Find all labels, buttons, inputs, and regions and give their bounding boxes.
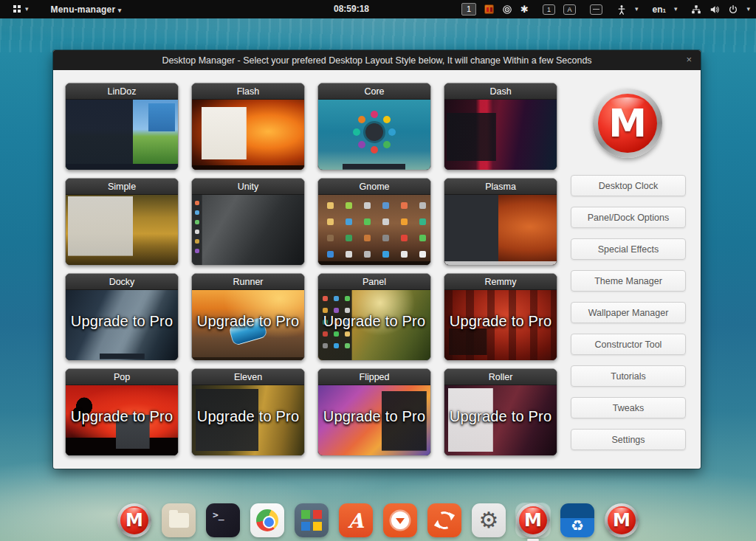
layout-tile-docky[interactable]: DockyUpgrade to Pro (65, 273, 179, 361)
water-ripples (0, 18, 756, 52)
desktop-clock-button[interactable]: Desktop Clock (571, 175, 686, 196)
layout-tile-runner[interactable]: RunnerUpgrade to Pro (191, 273, 305, 361)
dock-settings[interactable]: ⚙ (472, 503, 506, 537)
layout-tile-preview (444, 100, 557, 170)
dock-sync-tool[interactable] (427, 503, 461, 537)
dock-recycle-bin[interactable]: ♻ (560, 503, 594, 537)
dock-makulu-app[interactable]: M (605, 503, 639, 537)
workspace-indicator[interactable]: 1 (461, 3, 476, 15)
dock-file-manager[interactable] (162, 503, 196, 537)
layout-tile-preview (66, 100, 178, 170)
layout-tile-roller[interactable]: RollerUpgrade to Pro (444, 368, 557, 456)
app-grid-button[interactable]: ▾ (13, 5, 29, 13)
dock-app-center[interactable] (295, 503, 329, 537)
network-icon[interactable] (691, 4, 701, 15)
language-indicator[interactable]: en1 (652, 4, 665, 15)
layout-tile-preview (192, 100, 304, 170)
dock-terminal[interactable]: >_ (206, 503, 240, 537)
desktop-manager-window: Desktop Manager - Select your prefered D… (53, 50, 701, 469)
makulu-logo-letter: M (519, 506, 547, 534)
layout-tile-pop[interactable]: PopUpgrade to Pro (65, 368, 179, 456)
layout-tile-title: Flash (192, 83, 304, 100)
layout-tile-title: Gnome (318, 179, 430, 195)
language-index: 1 (662, 7, 665, 14)
layout-tile-unity[interactable]: Unity (191, 178, 305, 266)
dock-makulu-desktop-manager[interactable]: M (516, 503, 550, 537)
upgrade-to-pro-label: Upgrade to Pro (66, 408, 178, 425)
makulu-logo-letter: M (598, 94, 657, 153)
tutorials-button[interactable]: Tutorials (571, 365, 686, 387)
layout-tile-preview (66, 195, 178, 266)
upgrade-to-pro-label: Upgrade to Pro (318, 408, 430, 425)
wallpaper-manager-button[interactable]: Wallpaper Manager (571, 302, 686, 323)
layout-tile-title: Eleven (192, 369, 304, 385)
font-app-icon: A (348, 509, 364, 532)
software-updater-icon (391, 511, 409, 529)
power-icon[interactable] (728, 4, 738, 15)
app-center-icon (301, 510, 322, 531)
layout-tile-preview: Upgrade to Pro (444, 385, 557, 456)
layout-tile-title: Panel (318, 274, 430, 290)
layout-tile-title: Unity (192, 179, 304, 195)
upgrade-to-pro-label: Upgrade to Pro (192, 408, 304, 425)
side-buttons: Desktop ClockPanel/Dock OptionsSpecial E… (571, 175, 686, 450)
makulu-logo-letter: M (120, 506, 148, 534)
layout-tile-gnome[interactable]: Gnome (317, 178, 431, 266)
system-tray: 1 ✱ 1 A ▾ en1 ▾ ▾ (461, 0, 750, 18)
language-code: en (652, 4, 662, 15)
keyboard-icon[interactable] (590, 4, 602, 15)
settings-icon: ⚙ (479, 509, 499, 531)
makulu-logo-letter: M (608, 506, 636, 534)
layout-tile-flash[interactable]: Flash (191, 83, 305, 170)
panel-dock-options-button[interactable]: Panel/Dock Options (571, 207, 686, 228)
layout-tile-panel[interactable]: PanelUpgrade to Pro (317, 273, 431, 361)
layout-tile-title: Core (318, 83, 430, 100)
layout-tile-preview: Upgrade to Pro (66, 385, 178, 456)
layout-tile-core[interactable]: Core (317, 83, 431, 170)
clock[interactable]: 08:59:18 (334, 0, 369, 18)
layout-tile-title: Runner (192, 274, 304, 290)
upgrade-to-pro-label: Upgrade to Pro (192, 313, 304, 330)
tweaks-button[interactable]: Tweaks (571, 397, 686, 418)
dock-chrome-browser[interactable] (250, 503, 284, 537)
chevron-down-icon: ▾ (635, 6, 639, 13)
sync-tool-icon (433, 509, 456, 532)
layout-tile-title: Flipped (318, 369, 430, 385)
layout-tile-plasma[interactable]: Plasma (444, 178, 557, 266)
dock-font-app[interactable]: A (339, 503, 373, 537)
target-icon[interactable] (502, 4, 512, 15)
layout-tile-title: Remmy (444, 274, 557, 290)
menu-manager-label: Menu-manager (51, 4, 116, 15)
layout-tile-flipped[interactable]: FlippedUpgrade to Pro (317, 368, 431, 456)
input-source-a-indicator[interactable]: A (563, 4, 576, 15)
chevron-down-icon: ▾ (25, 6, 29, 13)
special-effects-button[interactable]: Special Effects (571, 238, 686, 260)
layout-tile-lindoz[interactable]: LinDoz (65, 83, 179, 170)
dock-software-updater[interactable] (383, 503, 417, 537)
upgrade-to-pro-label: Upgrade to Pro (444, 408, 557, 425)
upgrade-to-pro-label: Upgrade to Pro (318, 313, 430, 330)
constructor-tool-button[interactable]: Constructor Tool (571, 334, 686, 355)
layout-tile-preview: Upgrade to Pro (192, 385, 304, 456)
theme-manager-button[interactable]: Theme Manager (571, 270, 686, 292)
layout-grid: LinDozFlashCoreDashSimpleUnityGnomePlasm… (65, 83, 558, 456)
makulu-logo-icon: M (593, 89, 662, 158)
window-title: Desktop Manager - Select your prefered D… (162, 55, 591, 66)
layout-tile-remmy[interactable]: RemmyUpgrade to Pro (444, 273, 557, 361)
side-panel: M Desktop ClockPanel/Dock OptionsSpecial… (569, 50, 687, 469)
dock-makulu-menu[interactable]: M (117, 503, 151, 537)
layout-tile-simple[interactable]: Simple (65, 178, 179, 266)
layout-tile-title: Docky (66, 274, 178, 290)
layout-tile-preview (318, 100, 430, 170)
cpu-chip-icon[interactable] (484, 4, 494, 14)
volume-icon[interactable] (709, 4, 720, 15)
accessibility-icon[interactable] (616, 4, 627, 15)
settings-button[interactable]: Settings (571, 429, 686, 450)
layout-tile-eleven[interactable]: ElevenUpgrade to Pro (191, 368, 305, 456)
menu-manager-button[interactable]: Menu-manager ▾ (51, 4, 122, 15)
input-source-1-indicator[interactable]: 1 (543, 4, 555, 15)
pinwheel-icon[interactable]: ✱ (520, 4, 529, 14)
layout-tile-preview (444, 195, 557, 266)
dock: M>_A⚙M♻M (117, 503, 639, 537)
layout-tile-dash[interactable]: Dash (444, 83, 557, 170)
